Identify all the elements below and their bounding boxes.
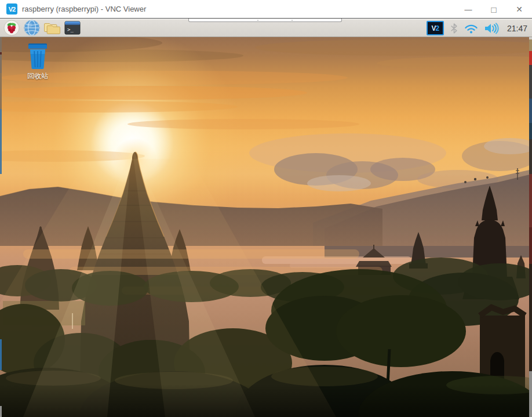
- tab-dot: [257, 20, 258, 21]
- vnc-toolbar-tab[interactable]: [188, 19, 342, 22]
- browser-button[interactable]: [24, 20, 40, 36]
- right-edge-sliver: [529, 65, 532, 99]
- wifi-icon[interactable]: [464, 23, 478, 34]
- folders-icon: [44, 20, 60, 35]
- tab-dot: [291, 20, 293, 21]
- right-edge-sliver: [529, 99, 532, 123]
- bottom-vignette: [0, 384, 532, 417]
- globe-icon: [24, 20, 40, 36]
- terminal-button[interactable]: >_: [64, 20, 81, 36]
- left-edge-sliver: [0, 109, 2, 174]
- window-titlebar: V2 raspberry (raspberrypi) - VNC Viewer …: [0, 0, 532, 19]
- left-edge-sliver: [0, 37, 2, 73]
- file-manager-button[interactable]: [44, 20, 60, 36]
- right-edge-sliver: [529, 139, 532, 174]
- right-edge-sliver: [529, 264, 532, 371]
- trash-label: 回收站: [27, 71, 48, 81]
- trash-can-glyph: [27, 43, 48, 70]
- taskbar-clock[interactable]: 21:47: [506, 24, 527, 33]
- vnc-viewer-window: V2 raspberry (raspberrypi) - VNC Viewer …: [0, 0, 532, 417]
- right-edge-sliver: [529, 371, 532, 417]
- svg-text:>_: >_: [67, 27, 74, 32]
- left-edge-sliver: [0, 339, 2, 370]
- menu-button-raspberry[interactable]: [3, 20, 20, 36]
- terminal-icon: >_: [64, 21, 81, 35]
- window-title: raspberry (raspberrypi) - VNC Viewer: [22, 5, 146, 13]
- bluetooth-icon[interactable]: [450, 23, 458, 34]
- raspberry-icon: [3, 20, 20, 36]
- vnc-app-icon: V2: [6, 3, 17, 14]
- right-edge-sliver: [529, 39, 532, 51]
- desktop[interactable]: 回收站: [0, 37, 532, 417]
- left-edge-sliver: [0, 52, 2, 55]
- right-edge-sliver: [529, 227, 532, 264]
- minimize-button[interactable]: —: [456, 0, 481, 19]
- vnc-tray-label-v: V: [432, 24, 436, 32]
- maximize-button[interactable]: □: [481, 0, 507, 19]
- left-edge-sliver: [0, 406, 2, 417]
- right-edge-sliver: [529, 174, 532, 227]
- right-edge-sliver: [529, 51, 532, 65]
- trash-icon[interactable]: 回收站: [17, 43, 58, 81]
- close-button[interactable]: ✕: [507, 0, 532, 19]
- right-edge-sliver: [529, 123, 532, 139]
- vnc-server-tray-icon[interactable]: V2: [427, 21, 444, 35]
- left-edge-sliver: [0, 73, 2, 109]
- volume-icon[interactable]: [484, 23, 500, 34]
- vnc-tray-label-2: 2: [436, 24, 439, 32]
- wallpaper-sunset-temples: [0, 37, 532, 417]
